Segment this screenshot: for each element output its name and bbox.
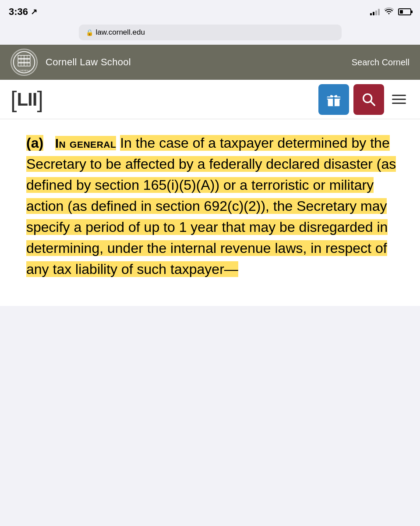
url-container[interactable]: 🔒 law.cornell.edu — [79, 25, 342, 40]
time-display: 3:36 — [9, 6, 28, 18]
location-icon: ↗ — [31, 7, 37, 17]
svg-text:CORNELL: CORNELL — [18, 69, 30, 72]
lii-logo[interactable]: [ LII ] — [11, 88, 43, 111]
wifi-icon — [384, 7, 394, 17]
status-icons — [370, 7, 411, 17]
cornell-school-name: Cornell Law School — [46, 57, 131, 68]
cornell-left: CORNELL Cornell Law School — [11, 49, 131, 76]
lii-nav-icons — [318, 84, 409, 115]
lii-bracket-left: [ — [11, 88, 17, 111]
svg-line-13 — [371, 101, 375, 105]
lock-icon: 🔒 — [86, 29, 93, 36]
lii-logo-text: LII — [17, 90, 37, 109]
donate-button[interactable] — [318, 84, 349, 115]
cornell-header: CORNELL Cornell Law School Search Cornel… — [0, 45, 420, 80]
status-bar: 3:36 ↗ — [0, 0, 420, 22]
menu-line-1 — [392, 95, 406, 96]
menu-line-2 — [392, 99, 406, 100]
legal-body-highlighted-2: determining, under the internal revenue … — [26, 240, 387, 277]
lii-navbar: [ LII ] — [0, 80, 420, 119]
signal-icon — [370, 8, 380, 15]
section-code: (a) — [26, 135, 43, 151]
section-title: In general — [55, 136, 116, 150]
url-bar[interactable]: 🔒 law.cornell.edu — [0, 22, 420, 45]
menu-line-3 — [392, 103, 406, 104]
search-button[interactable] — [353, 84, 384, 115]
main-content: (a) In general In the case of a taxpayer… — [0, 119, 420, 306]
legal-text-body: (a) In general In the case of a taxpayer… — [26, 132, 402, 280]
lii-bracket-right: ] — [37, 88, 43, 111]
svg-rect-11 — [327, 97, 340, 99]
search-cornell-link[interactable]: Search Cornell — [352, 57, 409, 68]
status-time: 3:36 ↗ — [9, 6, 37, 18]
menu-button[interactable] — [388, 91, 409, 107]
url-text: law.cornell.edu — [96, 28, 145, 37]
cornell-logo[interactable]: CORNELL — [11, 49, 38, 76]
battery-icon — [398, 8, 411, 15]
